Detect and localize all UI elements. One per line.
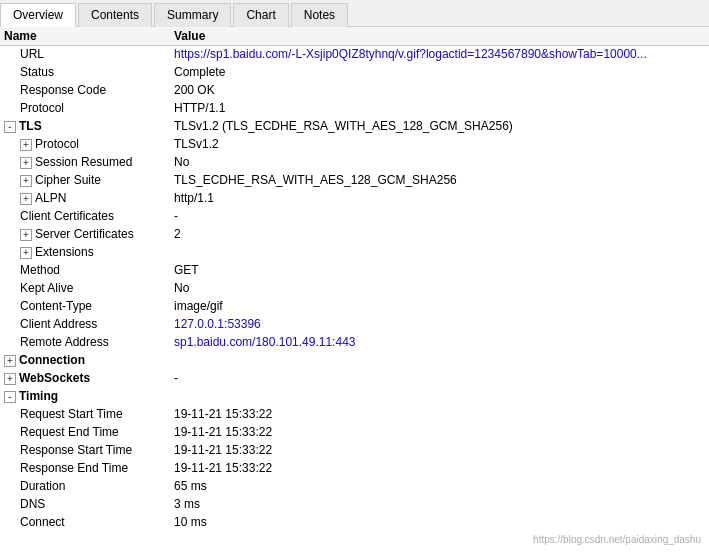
table-row: +ALPNhttp/1.1	[0, 189, 709, 207]
table-header: Name Value	[0, 27, 709, 45]
table-row: +ProtocolTLSv1.2	[0, 135, 709, 153]
prop-value: Complete	[170, 63, 709, 81]
table-row: URLhttps://sp1.baidu.com/-L-Xsjip0QIZ8ty…	[0, 45, 709, 63]
prop-name: Extensions	[35, 245, 94, 259]
prop-value	[170, 243, 709, 261]
prop-name: DNS	[20, 497, 45, 511]
prop-value	[170, 351, 709, 369]
table-row: +Extensions	[0, 243, 709, 261]
table-row: Client Certificates-	[0, 207, 709, 225]
prop-name: Session Resumed	[35, 155, 132, 169]
table-row: ProtocolHTTP/1.1	[0, 99, 709, 117]
prop-name: Status	[20, 65, 54, 79]
table-row: +Server Certificates2	[0, 225, 709, 243]
table-row: Response Start Time19-11-21 15:33:22	[0, 441, 709, 459]
expand-icon[interactable]: -	[4, 121, 16, 133]
prop-name: Content-Type	[20, 299, 92, 313]
prop-name: ALPN	[35, 191, 66, 205]
table-row: Request Start Time19-11-21 15:33:22	[0, 405, 709, 423]
table-row: Response Code200 OK	[0, 81, 709, 99]
table-row: Duration65 ms	[0, 477, 709, 495]
table-row: MethodGET	[0, 261, 709, 279]
prop-value: 19-11-21 15:33:22	[170, 405, 709, 423]
table-row: StatusComplete	[0, 63, 709, 81]
table-row: +Session ResumedNo	[0, 153, 709, 171]
section-label: WebSockets	[19, 371, 90, 385]
prop-name: URL	[20, 47, 44, 61]
expand-icon[interactable]: +	[20, 139, 32, 151]
prop-value: -	[170, 369, 709, 387]
table-row: -TLSTLSv1.2 (TLS_ECDHE_RSA_WITH_AES_128_…	[0, 117, 709, 135]
prop-name: Client Certificates	[20, 209, 114, 223]
table-row: Response End Time19-11-21 15:33:22	[0, 459, 709, 477]
table-row: -Timing	[0, 387, 709, 405]
prop-value: No	[170, 279, 709, 297]
prop-name: Method	[20, 263, 60, 277]
prop-value: -	[170, 207, 709, 225]
table-row: Remote Addresssp1.baidu.com/180.101.49.1…	[0, 333, 709, 351]
table-row: DNS3 ms	[0, 495, 709, 513]
expand-icon[interactable]: +	[20, 175, 32, 187]
prop-value: 19-11-21 15:33:22	[170, 423, 709, 441]
prop-value: GET	[170, 261, 709, 279]
prop-value: 2	[170, 225, 709, 243]
prop-value: 19-11-21 15:33:22	[170, 441, 709, 459]
prop-name: Kept Alive	[20, 281, 73, 295]
expand-icon[interactable]: +	[20, 247, 32, 259]
prop-value: TLSv1.2 (TLS_ECDHE_RSA_WITH_AES_128_GCM_…	[170, 117, 709, 135]
prop-name: Duration	[20, 479, 65, 493]
prop-value: 200 OK	[170, 81, 709, 99]
section-label: Timing	[19, 389, 58, 403]
expand-icon[interactable]: +	[20, 229, 32, 241]
prop-value	[170, 387, 709, 405]
prop-name: Protocol	[35, 137, 79, 151]
table-row: +Cipher SuiteTLS_ECDHE_RSA_WITH_AES_128_…	[0, 171, 709, 189]
prop-name: Cipher Suite	[35, 173, 101, 187]
prop-value: image/gif	[170, 297, 709, 315]
tab-bar: Overview Contents Summary Chart Notes	[0, 0, 709, 27]
prop-name: Response Code	[20, 83, 106, 97]
prop-value: https://sp1.baidu.com/-L-Xsjip0QIZ8tyhnq…	[170, 45, 709, 63]
tab-contents[interactable]: Contents	[78, 3, 152, 27]
tab-overview[interactable]: Overview	[0, 3, 76, 27]
table-row: +Connection	[0, 351, 709, 369]
table-row: Kept AliveNo	[0, 279, 709, 297]
table-row: Request End Time19-11-21 15:33:22	[0, 423, 709, 441]
prop-value: http/1.1	[170, 189, 709, 207]
prop-name: Client Address	[20, 317, 97, 331]
prop-name: Request Start Time	[20, 407, 123, 421]
prop-name: Remote Address	[20, 335, 109, 349]
expand-icon[interactable]: +	[4, 355, 16, 367]
prop-name: Response End Time	[20, 461, 128, 475]
prop-name: Request End Time	[20, 425, 119, 439]
expand-icon[interactable]: +	[20, 193, 32, 205]
prop-name: Connect	[20, 515, 65, 529]
value-header: Value	[170, 27, 709, 45]
tab-chart[interactable]: Chart	[233, 3, 288, 27]
prop-value: 127.0.0.1:53396	[170, 315, 709, 333]
prop-name: Response Start Time	[20, 443, 132, 457]
prop-value: sp1.baidu.com/180.101.49.11:443	[170, 333, 709, 351]
prop-value: TLS_ECDHE_RSA_WITH_AES_128_GCM_SHA256	[170, 171, 709, 189]
tab-summary[interactable]: Summary	[154, 3, 231, 27]
tab-notes[interactable]: Notes	[291, 3, 348, 27]
content-area: Name Value URLhttps://sp1.baidu.com/-L-X…	[0, 27, 709, 549]
prop-value: 3 ms	[170, 495, 709, 513]
prop-value: 19-11-21 15:33:22	[170, 459, 709, 477]
table-row: Client Address127.0.0.1:53396	[0, 315, 709, 333]
prop-name: Protocol	[20, 101, 64, 115]
prop-value: TLSv1.2	[170, 135, 709, 153]
table-row: Connect10 ms	[0, 513, 709, 531]
expand-icon[interactable]: +	[20, 157, 32, 169]
prop-value: 65 ms	[170, 477, 709, 495]
name-header: Name	[0, 27, 170, 45]
prop-value: No	[170, 153, 709, 171]
prop-value: 10 ms	[170, 513, 709, 531]
expand-icon[interactable]: +	[4, 373, 16, 385]
expand-icon[interactable]: -	[4, 391, 16, 403]
table-row: +WebSockets-	[0, 369, 709, 387]
watermark: https://blog.csdn.net/paidaxing_dashu	[533, 534, 701, 545]
properties-table: Name Value URLhttps://sp1.baidu.com/-L-X…	[0, 27, 709, 531]
section-label: TLS	[19, 119, 42, 133]
prop-value: HTTP/1.1	[170, 99, 709, 117]
